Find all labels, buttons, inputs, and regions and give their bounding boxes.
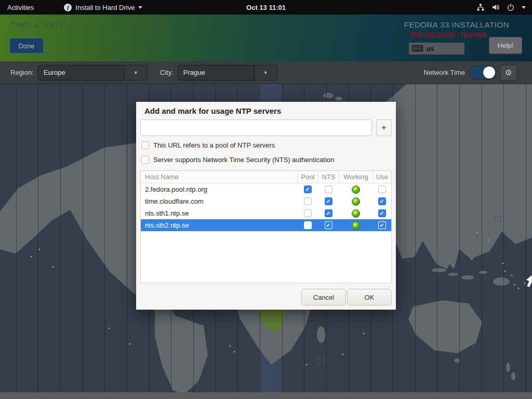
city-dropdown[interactable]: Prague ▼ xyxy=(178,65,277,81)
clock[interactable]: Oct 13 11:01 xyxy=(246,4,286,11)
column-header-hostname[interactable]: Host Name xyxy=(141,171,297,183)
table-row[interactable]: nts.sth1.ntp.se xyxy=(141,207,391,219)
screen: { "topbar": { "activities_label": "Activ… xyxy=(0,0,532,399)
city-value: Prague xyxy=(178,69,254,76)
chevron-down-icon: ▼ xyxy=(124,65,147,80)
region-label: Region: xyxy=(10,69,34,76)
nts-checkbox[interactable] xyxy=(325,185,332,193)
column-header-use[interactable]: Use xyxy=(373,171,391,183)
pool-checkbox[interactable] xyxy=(304,209,312,217)
cancel-button[interactable]: Cancel xyxy=(301,289,346,305)
use-checkbox[interactable] xyxy=(378,221,386,229)
region-value: Europe xyxy=(38,69,124,76)
pool-checkbox[interactable] xyxy=(304,197,312,205)
chevron-down-icon xyxy=(522,6,526,9)
gnome-top-bar: Activities f Install to Hard Drive Oct 1… xyxy=(0,0,532,15)
product-title: FEDORA 33 INSTALLATION xyxy=(404,20,509,29)
chevron-down-icon xyxy=(138,6,142,9)
fedora-logo-icon: f xyxy=(64,4,72,11)
city-label: City: xyxy=(160,69,174,76)
dialog-title: Add and mark for usage NTP servers xyxy=(144,107,281,115)
power-icon xyxy=(507,3,515,11)
gear-icon: ⚙ xyxy=(505,69,512,76)
host-name: nts.sth2.ntp.se xyxy=(141,221,297,229)
timezone-toolbar: Region: Europe ▼ City: Prague ▼ Network … xyxy=(0,61,532,84)
use-checkbox[interactable] xyxy=(378,185,386,193)
add-server-button[interactable]: + xyxy=(376,119,392,136)
working-status-icon xyxy=(352,209,360,218)
keyboard-layout-indicator[interactable]: ⌨ us xyxy=(409,43,464,55)
region-dropdown[interactable]: Europe ▼ xyxy=(38,65,148,81)
column-header-working[interactable]: Working xyxy=(339,171,373,183)
nts-checkbox[interactable] xyxy=(325,197,332,205)
ntp-server-table: Host Name Pool NTS Working Use 2.fedora.… xyxy=(140,170,392,283)
keyboard-icon: ⌨ xyxy=(411,45,423,53)
toggle-knob xyxy=(483,66,495,78)
nts-support-checkbox-label: Server supports Network Time Security (N… xyxy=(153,156,334,164)
keyboard-layout-label: us xyxy=(427,45,434,52)
column-header-pool[interactable]: Pool xyxy=(297,171,318,183)
volume-icon xyxy=(491,3,500,11)
nts-checkbox[interactable] xyxy=(325,221,332,229)
prerelease-badge: PRE-RELEASE / TESTING xyxy=(410,32,487,39)
help-button[interactable]: Help! xyxy=(489,37,522,54)
pool-checkbox[interactable] xyxy=(304,185,312,193)
pool-url-checkbox[interactable] xyxy=(141,141,149,149)
host-name: time.cloudflare.com xyxy=(141,197,297,205)
nts-checkbox[interactable] xyxy=(325,209,332,217)
app-menu-label: Install to Hard Drive xyxy=(75,4,135,11)
page-title: TIME & DATE xyxy=(10,20,65,29)
done-button[interactable]: Done xyxy=(9,38,44,54)
ntp-table-rows: 2.fedora.pool.ntp.orgtime.cloudflare.com… xyxy=(141,183,391,283)
ntp-servers-dialog: Add and mark for usage NTP servers + Thi… xyxy=(136,102,396,310)
pool-url-checkbox-label: This URL refers to a pool of NTP servers xyxy=(153,141,275,149)
use-checkbox[interactable] xyxy=(378,209,386,217)
working-status-icon xyxy=(352,185,360,194)
use-checkbox[interactable] xyxy=(378,197,386,205)
network-time-label: Network Time xyxy=(424,69,465,76)
column-header-nts[interactable]: NTS xyxy=(318,171,339,183)
system-status-area[interactable] xyxy=(476,0,526,15)
network-icon xyxy=(476,3,485,11)
table-row[interactable]: 2.fedora.pool.ntp.org xyxy=(141,183,391,195)
app-menu-button[interactable]: f Install to Hard Drive xyxy=(64,4,142,11)
installer-banner: TIME & DATE Done FEDORA 33 INSTALLATION … xyxy=(0,15,532,61)
host-name: nts.sth1.ntp.se xyxy=(141,209,297,217)
mouse-cursor xyxy=(525,274,532,291)
nts-support-checkbox[interactable] xyxy=(141,156,149,164)
bottom-bar xyxy=(0,392,532,399)
working-status-icon xyxy=(352,197,360,206)
host-name: 2.fedora.pool.ntp.org xyxy=(141,185,297,193)
table-row[interactable]: nts.sth2.ntp.se xyxy=(141,219,391,231)
ntp-server-input[interactable] xyxy=(140,119,372,136)
chevron-down-icon: ▼ xyxy=(254,65,277,80)
pool-checkbox[interactable] xyxy=(304,221,312,229)
working-status-icon xyxy=(352,221,360,230)
ok-button[interactable]: OK xyxy=(347,289,392,305)
ntp-config-button[interactable]: ⚙ xyxy=(500,65,517,81)
table-header: Host Name Pool NTS Working Use xyxy=(141,171,391,183)
table-row[interactable]: time.cloudflare.com xyxy=(141,195,391,207)
activities-button[interactable]: Activities xyxy=(7,4,34,11)
network-time-toggle[interactable] xyxy=(469,65,496,79)
